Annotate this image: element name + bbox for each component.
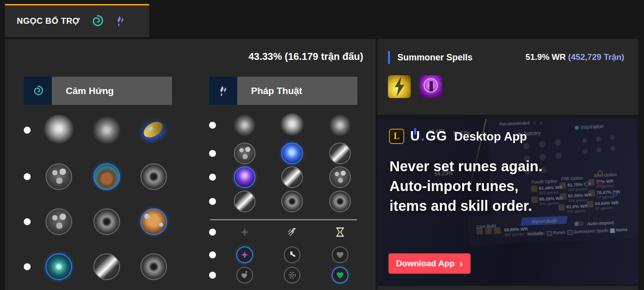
ad-bg-text: 450 games	[504, 232, 524, 237]
runes-panel: 43.33% (16.179 trận đấu) Cảm Hứng Pháp T…	[5, 39, 376, 290]
ad-bg-rune-dot	[560, 193, 567, 200]
ad-logo-row: L U.GG Desktop App	[389, 129, 527, 144]
next-section-edge	[378, 286, 638, 290]
summoner-spells-stats: 51.9% WR(452,729 Trận)	[525, 52, 624, 62]
ad-bg-checkbox	[610, 228, 615, 233]
teleport-figure	[429, 81, 433, 92]
adaptive-force-shard-icon	[239, 226, 251, 238]
ad-bg-rune-dot	[485, 228, 492, 235]
tab-ngoc-bo-tro[interactable]: NGỌC BỔ TRỢ	[5, 4, 149, 37]
summoner-spells-title: Summoner Spells	[397, 52, 472, 63]
ad-bg-rune-dot	[494, 227, 501, 234]
runes-page: NGỌC BỔ TRỢ 43.33% (16.179 trận đấu) Cảm…	[0, 0, 644, 290]
ad-headline: Never set runes again. Auto-import runes…	[389, 156, 542, 216]
shard-row-bullet	[209, 229, 216, 236]
adaptive-force-shard-icon	[236, 246, 253, 263]
ad-bg-text: Auto-Import	[587, 220, 614, 226]
ad-bg-text: 108 games	[568, 197, 588, 203]
section-accent-bar	[388, 51, 390, 64]
attack-speed-shard-icon	[286, 226, 298, 238]
ad-bg-rune-dot	[589, 190, 596, 197]
summoner-spells-winrate: 51.9% WR	[525, 52, 565, 62]
ad-bg-text: 153 games	[567, 187, 587, 192]
teleport-spell-icon	[420, 75, 442, 98]
desktop-app-label: Desktop App	[454, 130, 527, 144]
sorcery-icon	[115, 15, 127, 27]
tab-label: NGỌC BỔ TRỢ	[17, 16, 80, 26]
ad-bg-rune-dot	[559, 182, 566, 189]
shard-row-bullet	[209, 251, 216, 258]
ad-bg-rune-dot	[476, 228, 483, 235]
ugg-logo: U.GG	[410, 129, 447, 144]
summoner-spells-panel: Summoner Spells 51.9% WR(452,729 Trận)	[378, 39, 638, 115]
ad-bg-rune-dot	[587, 201, 594, 208]
ad-bg-rune-dot	[558, 204, 565, 211]
chevron-right-icon: ›	[460, 258, 463, 268]
inspiration-icon	[90, 14, 105, 29]
tenacity-slow-resist-shard-icon	[284, 267, 301, 284]
ad-bg-text: 17 games	[597, 194, 614, 200]
stat-shards	[5, 39, 376, 290]
ugg-desktop-app-ad[interactable]: Recommended Sorcery Inspiration 48.43% 5…	[378, 119, 638, 285]
ad-bg-text: Sixth Option	[594, 172, 617, 178]
ad-bg-text: Inspiration	[581, 124, 604, 130]
ad-bg-text: Runes	[553, 230, 565, 235]
health-shard-icon	[332, 267, 348, 284]
league-of-legends-logo: L	[389, 129, 404, 144]
ad-bg-text: 705 games	[566, 208, 586, 214]
ad-bg-rune-dot	[588, 179, 595, 186]
ad-bg-checkbox	[567, 230, 572, 235]
summoner-spells-header: Summoner Spells 51.9% WR(452,729 Trận)	[388, 51, 624, 64]
ad-bg-checkbox	[547, 231, 552, 236]
movement-speed-shard-icon	[284, 246, 301, 263]
ad-bg-auto-import-toggle	[574, 221, 584, 227]
shard-row-bullet	[209, 272, 216, 279]
flash-bolt	[388, 75, 411, 98]
download-app-button[interactable]: Download App›	[388, 253, 471, 274]
ad-bg-text: Fifth Option	[561, 176, 583, 182]
summoner-spells-matches: (452,729 Trận)	[568, 52, 624, 62]
health-scaling-shard-icon	[236, 267, 253, 284]
ad-bg-text: 22 games	[595, 205, 612, 211]
health-scaling-shard-icon	[332, 246, 348, 263]
flash-spell-icon	[388, 75, 411, 98]
ad-bg-text: Items	[616, 227, 628, 233]
ad-bg-text: Include:	[527, 231, 545, 236]
ability-haste-shard-icon	[334, 226, 346, 238]
